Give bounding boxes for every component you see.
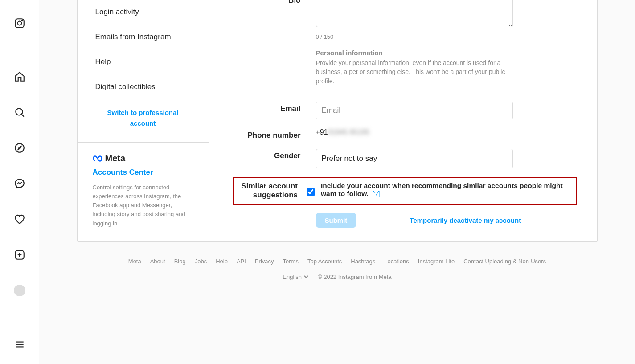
personal-info-heading: Personal information — [316, 49, 513, 57]
phone-input[interactable]: +91 01845 85195 — [316, 128, 513, 136]
sidebar-item-emails[interactable]: Emails from Instagram — [78, 25, 209, 49]
sidebar-item-digital-collectibles[interactable]: Digital collectibles — [78, 74, 209, 99]
bio-row: Bio 0 / 150 — [236, 0, 570, 40]
phone-prefix: +91 — [316, 128, 328, 136]
footer-link[interactable]: Help — [216, 258, 228, 265]
accounts-center-link[interactable]: Accounts Center — [93, 168, 193, 177]
heart-icon[interactable] — [9, 209, 30, 230]
svg-point-1 — [17, 21, 21, 25]
footer-link[interactable]: Contact Uploading & Non-Users — [463, 258, 546, 265]
similar-suggestions-checkbox[interactable] — [307, 188, 315, 196]
page-footer: Meta About Blog Jobs Help API Privacy Te… — [77, 258, 598, 280]
submit-row: Submit Temporarily deactivate my account — [316, 213, 570, 228]
explore-compass-icon[interactable] — [9, 137, 30, 159]
avatar-icon — [14, 285, 25, 296]
similar-checkbox-text: Include your account when recommending s… — [321, 182, 563, 198]
bio-label: Bio — [236, 0, 316, 40]
similar-help-link[interactable]: [?] — [372, 190, 380, 197]
footer-link[interactable]: Jobs — [195, 258, 207, 265]
similar-suggestions-row: Similar account suggestions Include your… — [238, 182, 571, 200]
home-icon[interactable] — [9, 66, 30, 87]
switch-professional-link[interactable]: Switch to professional account — [78, 99, 209, 142]
footer-link[interactable]: Terms — [283, 258, 299, 265]
accounts-center-description: Control settings for connected experienc… — [93, 183, 193, 228]
svg-point-2 — [21, 20, 22, 21]
nav-rail — [0, 0, 39, 364]
profile-avatar[interactable] — [9, 280, 30, 301]
messenger-icon[interactable] — [9, 173, 30, 194]
language-label: English — [283, 274, 302, 280]
svg-point-5 — [15, 143, 24, 152]
footer-links: Meta About Blog Jobs Help API Privacy Te… — [77, 258, 598, 265]
deactivate-account-link[interactable]: Temporarily deactivate my account — [410, 217, 521, 224]
settings-sidebar: Supervision Login activity Emails from I… — [78, 0, 209, 241]
email-input[interactable] — [316, 102, 513, 119]
meta-infinity-icon — [93, 154, 102, 164]
footer-link[interactable]: Privacy — [255, 258, 274, 265]
content-area: Supervision Login activity Emails from I… — [39, 0, 635, 364]
gender-select[interactable]: Prefer not to say — [316, 149, 513, 168]
email-label: Email — [236, 102, 316, 119]
settings-form: app and edit your profile to change the … — [209, 0, 597, 241]
chevron-down-icon — [303, 274, 309, 279]
sidebar-item-login-activity[interactable]: Login activity — [78, 0, 209, 25]
footer-bottom: English © 2022 Instagram from Meta — [77, 274, 598, 280]
footer-link[interactable]: About — [150, 258, 165, 265]
copyright-text: © 2022 Instagram from Meta — [318, 274, 392, 280]
submit-button[interactable]: Submit — [316, 213, 356, 228]
personal-info-description: Provide your personal information, even … — [316, 58, 513, 86]
hamburger-menu-icon[interactable] — [9, 334, 30, 355]
meta-brand-text: Meta — [105, 153, 126, 164]
page-root: Supervision Login activity Emails from I… — [0, 0, 635, 364]
email-row: Email — [236, 102, 570, 119]
gender-row: Gender Prefer not to say — [236, 149, 570, 168]
phone-blurred-number: 01845 85195 — [328, 128, 369, 136]
gender-label: Gender — [236, 149, 316, 168]
similar-checkbox-label: Include your account when recommending s… — [321, 182, 571, 198]
sidebar-item-help[interactable]: Help — [78, 49, 209, 74]
svg-line-4 — [21, 114, 24, 116]
highlight-annotation-box: Similar account suggestions Include your… — [233, 177, 577, 205]
phone-label: Phone number — [236, 128, 316, 140]
footer-link[interactable]: Locations — [384, 258, 409, 265]
personal-info-row: Personal information Provide your person… — [236, 49, 570, 93]
footer-link[interactable]: Blog — [174, 258, 186, 265]
footer-link[interactable]: Top Accounts — [307, 258, 342, 265]
svg-point-3 — [16, 108, 22, 115]
accounts-center-panel: Meta Accounts Center Control settings fo… — [78, 142, 209, 241]
footer-link[interactable]: Instagram Lite — [418, 258, 455, 265]
similar-checkbox-wrap: Include your account when recommending s… — [307, 182, 571, 200]
settings-panel: Supervision Login activity Emails from I… — [77, 0, 598, 242]
instagram-logo-icon[interactable] — [9, 12, 30, 34]
phone-row: Phone number +91 01845 85195 — [236, 128, 570, 140]
svg-marker-6 — [18, 147, 21, 150]
bio-textarea[interactable] — [316, 0, 513, 27]
similar-suggestions-label: Similar account suggestions — [238, 182, 307, 200]
footer-link[interactable]: API — [237, 258, 246, 265]
language-selector[interactable]: English — [283, 274, 309, 280]
bio-char-counter: 0 / 150 — [316, 33, 513, 40]
search-icon[interactable] — [9, 102, 30, 123]
footer-link[interactable]: Meta — [128, 258, 141, 265]
meta-logo: Meta — [93, 153, 193, 164]
create-post-icon[interactable] — [9, 244, 30, 266]
footer-link[interactable]: Hashtags — [351, 258, 375, 265]
